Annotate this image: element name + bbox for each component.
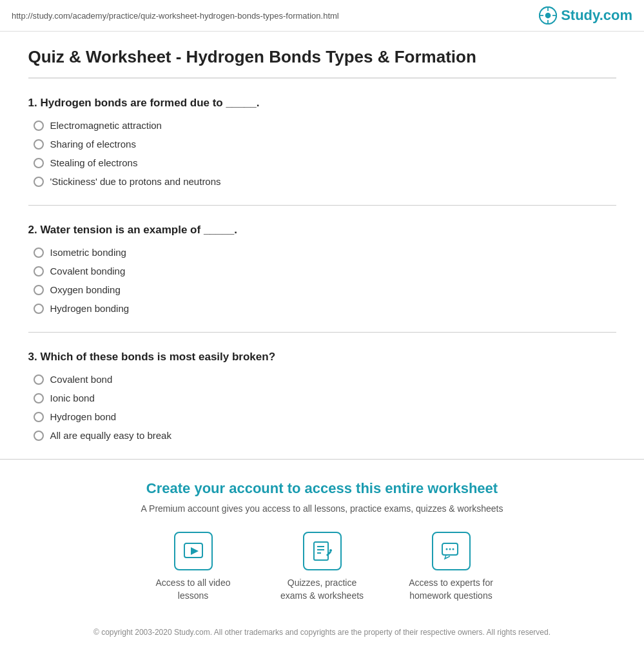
question-3-text: 3. Which of these bonds is most easily b… — [28, 351, 616, 364]
cta-section: Create your account to access this entir… — [0, 459, 644, 602]
radio-icon[interactable] — [34, 248, 44, 258]
divider — [28, 205, 616, 206]
quizzes-icon — [303, 532, 342, 570]
feature-label: Access to all video lessons — [148, 577, 239, 602]
list-item[interactable]: Oxygen bonding — [34, 284, 616, 295]
radio-icon[interactable] — [34, 266, 44, 277]
svg-point-12 — [329, 549, 332, 552]
radio-icon[interactable] — [34, 431, 44, 441]
svg-point-15 — [449, 548, 451, 550]
radio-icon[interactable] — [34, 412, 44, 422]
list-item[interactable]: Ionic bond — [34, 393, 616, 403]
option-label: Isometric bonding — [50, 247, 126, 258]
option-label: 'Stickiness' due to protons and neutrons — [50, 176, 221, 187]
top-bar: http://study.com/academy/practice/quiz-w… — [0, 0, 644, 32]
option-label: Stealing of electrons — [50, 157, 138, 168]
cta-title: Create your account to access this entir… — [15, 480, 629, 497]
option-label: Hydrogen bonding — [50, 303, 130, 314]
feature-label: Access to experts for homework questions — [406, 577, 496, 602]
cta-subtitle: A Premium account gives you access to al… — [15, 503, 629, 514]
studycom-logo-icon — [539, 6, 557, 24]
question-1-text: 1. Hydrogen bonds are formed due to ____… — [28, 97, 616, 110]
radio-icon[interactable] — [34, 374, 44, 385]
feature-item-quizzes: Quizzes, practice exams & worksheets — [277, 532, 367, 602]
list-item[interactable]: Electromagnetic attraction — [34, 120, 616, 131]
divider — [28, 332, 616, 333]
list-item[interactable]: Isometric bonding — [34, 247, 616, 258]
feature-item-videos: Access to all video lessons — [148, 532, 239, 602]
option-label: Hydrogen bond — [50, 411, 117, 422]
feature-item-experts: Access to experts for homework questions — [406, 532, 496, 602]
logo-text: Study.com — [561, 7, 632, 24]
svg-marker-7 — [191, 547, 199, 555]
radio-icon[interactable] — [34, 121, 44, 131]
question-1-options: Electromagnetic attraction Sharing of el… — [28, 120, 616, 187]
svg-point-1 — [545, 13, 551, 19]
option-label: Covalent bond — [50, 374, 113, 385]
radio-icon[interactable] — [34, 177, 44, 187]
experts-icon — [432, 532, 471, 570]
list-item[interactable]: Covalent bonding — [34, 266, 616, 277]
list-item[interactable]: All are equally easy to break — [34, 430, 616, 441]
question-2-options: Isometric bonding Covalent bonding Oxyge… — [28, 247, 616, 314]
main-content: Quiz & Worksheet - Hydrogen Bonds Types … — [13, 32, 632, 441]
svg-point-14 — [445, 548, 447, 550]
features-row: Access to all video lessons Quizzes, pra… — [15, 532, 629, 602]
radio-icon[interactable] — [34, 158, 44, 168]
question-2-text: 2. Water tension is an example of _____. — [28, 224, 616, 237]
radio-icon[interactable] — [34, 393, 44, 403]
video-lessons-icon — [174, 532, 213, 570]
url-bar: http://study.com/academy/practice/quiz-w… — [12, 11, 339, 21]
question-block-1: 1. Hydrogen bonds are formed due to ____… — [28, 97, 616, 187]
feature-label: Quizzes, practice exams & worksheets — [277, 577, 367, 602]
svg-point-16 — [452, 548, 454, 550]
list-item[interactable]: Sharing of electrons — [34, 139, 616, 150]
list-item[interactable]: Covalent bond — [34, 374, 616, 385]
question-block-3: 3. Which of these bonds is most easily b… — [28, 351, 616, 441]
option-label: Sharing of electrons — [50, 139, 136, 150]
radio-icon[interactable] — [34, 139, 44, 150]
radio-icon[interactable] — [34, 285, 44, 295]
question-block-2: 2. Water tension is an example of _____.… — [28, 224, 616, 314]
list-item[interactable]: 'Stickiness' due to protons and neutrons — [34, 176, 616, 187]
page-title: Quiz & Worksheet - Hydrogen Bonds Types … — [28, 47, 616, 79]
option-label: Oxygen bonding — [50, 284, 121, 295]
option-label: Covalent bonding — [50, 266, 126, 277]
question-3-options: Covalent bond Ionic bond Hydrogen bond A… — [28, 374, 616, 441]
option-label: All are equally easy to break — [50, 430, 171, 441]
list-item[interactable]: Hydrogen bond — [34, 411, 616, 422]
logo-area: Study.com — [539, 6, 632, 24]
list-item[interactable]: Stealing of electrons — [34, 157, 616, 168]
footer: © copyright 2003-2020 Study.com. All oth… — [0, 615, 644, 650]
option-label: Ionic bond — [50, 393, 95, 403]
svg-rect-8 — [314, 542, 328, 560]
radio-icon[interactable] — [34, 304, 44, 314]
option-label: Electromagnetic attraction — [50, 120, 162, 131]
list-item[interactable]: Hydrogen bonding — [34, 303, 616, 314]
